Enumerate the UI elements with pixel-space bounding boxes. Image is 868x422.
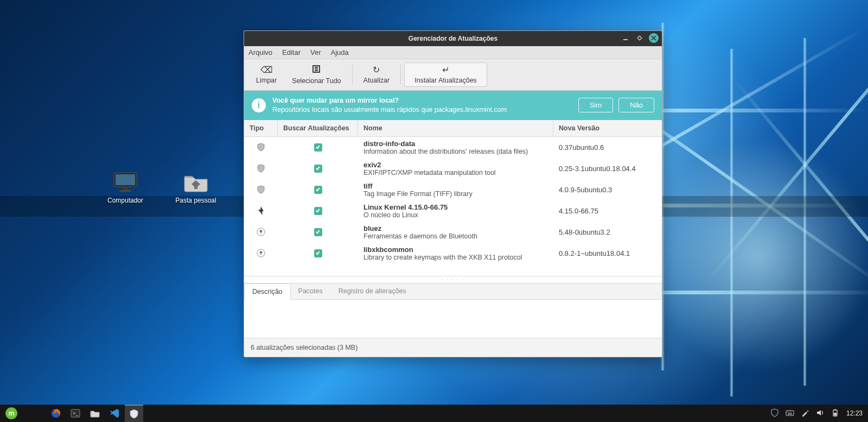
tray-volume-icon[interactable] <box>816 408 825 419</box>
package-version: 0.8.2-1~ubuntu18.04.1 <box>553 247 662 260</box>
package-name: exiv2 <box>363 161 548 169</box>
package-name: tiff <box>363 182 548 190</box>
menu-file[interactable]: Arquivo <box>248 48 272 56</box>
window-title: Gerenciador de Atualizações <box>409 35 497 42</box>
package-name: libxkbcommon <box>363 245 548 254</box>
table-row[interactable]: exiv2EXIF/IPTC/XMP metadata manipulation… <box>244 158 662 179</box>
window-maximize-button[interactable] <box>635 33 644 43</box>
table-row[interactable]: bluezFerramentas e daemons de Bluetooth5… <box>244 222 662 243</box>
update-type-icon <box>244 140 278 154</box>
update-type-icon <box>244 204 278 218</box>
window-minimize-button[interactable] <box>621 33 630 43</box>
table-row[interactable]: Linux Kernel 4.15.0-66.75O núcleo do Lin… <box>244 200 662 222</box>
package-description: Ferramentas e daemons de Bluetooth <box>363 232 548 240</box>
package-description: Library to create keymaps with the XKB X… <box>363 254 548 261</box>
tray-keyboard-icon[interactable] <box>786 408 794 419</box>
table-row[interactable]: libxkbcommonLibrary to create keymaps wi… <box>244 243 662 264</box>
detail-tab-packages[interactable]: Pacotes <box>291 284 331 299</box>
col-checked[interactable]: Buscar Atualizações <box>278 120 358 136</box>
window-titlebar[interactable]: Gerenciador de Atualizações <box>244 31 662 46</box>
taskbar-app-files[interactable] <box>86 405 104 421</box>
package-description: O núcleo do Linux <box>363 211 548 219</box>
desktop-icon-computer[interactable]: Computador <box>101 172 150 204</box>
banner-no-button[interactable]: Não <box>618 98 654 112</box>
package-name: distro-info-data <box>363 140 548 148</box>
table-row[interactable]: tiffTag Image File Format (TIFF) library… <box>244 179 662 200</box>
svg-rect-24 <box>834 413 837 415</box>
taskbar-app-vscode[interactable] <box>105 405 124 421</box>
svg-rect-3 <box>119 190 131 192</box>
col-name[interactable]: Nome <box>358 120 553 136</box>
col-type[interactable]: Tipo <box>244 120 278 136</box>
detail-body <box>244 300 662 338</box>
taskbar-app-terminal[interactable]: >_ <box>66 405 85 421</box>
banner-yes-button[interactable]: Sim <box>578 98 613 112</box>
firefox-icon <box>50 408 61 419</box>
tray-battery-icon[interactable] <box>831 408 840 419</box>
svg-rect-23 <box>834 409 836 410</box>
refresh-icon: ↻ <box>373 66 380 74</box>
update-checkbox[interactable] <box>314 228 322 236</box>
package-description: Information about the distributions' rel… <box>363 148 548 155</box>
menubar: Arquivo Editar Ver Ajuda <box>244 46 662 59</box>
update-checkbox[interactable] <box>314 249 322 257</box>
svg-point-18 <box>787 412 788 413</box>
toolbar-clear-button[interactable]: ⌫ Limpar <box>248 62 284 87</box>
toolbar-label: Selecionar Tudo <box>292 77 341 85</box>
table-header: Tipo Buscar Atualizações Nome Nova Versã… <box>244 120 662 137</box>
toolbar-separator <box>352 65 353 85</box>
update-checkbox[interactable] <box>314 143 322 152</box>
taskbar-app-update-manager[interactable] <box>125 405 143 422</box>
col-version[interactable]: Nova Versão <box>553 120 662 136</box>
svg-point-20 <box>790 412 792 413</box>
tray-color-picker-icon[interactable] <box>801 408 809 419</box>
resize-handle[interactable]: · · · · · <box>244 276 662 283</box>
menu-help[interactable]: Ajuda <box>331 48 349 56</box>
taskbar-clock[interactable]: 12:23 <box>846 410 863 417</box>
menu-edit[interactable]: Editar <box>282 48 301 56</box>
update-manager-window: Gerenciador de Atualizações Arquivo Edit… <box>244 30 662 357</box>
mirror-banner: i Você quer mudar para um mirror local? … <box>244 91 662 120</box>
toolbar-label: Instalar Atualizações <box>414 77 477 84</box>
folder-home-icon <box>183 172 209 193</box>
desktop-icon-home[interactable]: Pasta pessoal <box>171 172 220 204</box>
update-type-icon <box>244 182 278 197</box>
tray-shield-icon[interactable] <box>770 408 779 419</box>
desktop-icon-label: Computador <box>107 197 143 204</box>
package-description: EXIF/IPTC/XMP metadata manipulation tool <box>363 169 548 177</box>
detail-tab-changelog[interactable]: Registro de alterações <box>331 284 414 299</box>
window-close-button[interactable] <box>649 33 659 43</box>
svg-rect-4 <box>194 185 197 189</box>
mint-logo-icon: m <box>5 407 17 419</box>
table-row[interactable]: distro-info-dataInformation about the di… <box>244 137 662 158</box>
desktop-icon-label: Pasta pessoal <box>175 197 216 204</box>
update-type-icon <box>244 225 278 239</box>
package-version: 0.25-3.1ubuntu0.18.04.4 <box>553 162 662 175</box>
updates-table: Tipo Buscar Atualizações Nome Nova Versã… <box>244 120 662 276</box>
shield-icon <box>129 408 139 419</box>
package-version: 4.15.0-66.75 <box>553 204 662 218</box>
toolbar-select-all-button[interactable]: Selecionar Tudo <box>284 62 348 87</box>
update-checkbox[interactable] <box>314 165 322 173</box>
toolbar-label: Atualizar <box>363 77 390 84</box>
toolbar-separator <box>400 65 401 85</box>
toolbar-refresh-button[interactable]: ↻ Atualizar <box>356 62 398 87</box>
monitor-icon <box>112 172 138 193</box>
menu-view[interactable]: Ver <box>310 48 321 56</box>
taskbar-app-firefox[interactable] <box>47 405 65 421</box>
detail-pane: Descrição Pacotes Registro de alterações <box>244 283 662 338</box>
update-type-icon <box>244 161 278 175</box>
package-name: Linux Kernel 4.15.0-66.75 <box>363 203 548 211</box>
banner-body: Repositórios locais são usualmente mais … <box>272 106 507 114</box>
install-icon: ↵ <box>442 66 449 74</box>
statusbar: 6 atualizações selecionadas (3 MB) <box>244 338 662 357</box>
toolbar-install-button[interactable]: ↵ Instalar Atualizações <box>404 62 487 87</box>
detail-tab-description[interactable]: Descrição <box>244 284 291 300</box>
vscode-icon <box>109 408 120 419</box>
package-name: bluez <box>363 224 548 232</box>
update-checkbox[interactable] <box>314 186 322 194</box>
svg-rect-17 <box>786 411 794 415</box>
start-menu-button[interactable]: m <box>2 405 21 421</box>
update-checkbox[interactable] <box>314 207 322 215</box>
files-icon <box>90 408 100 419</box>
